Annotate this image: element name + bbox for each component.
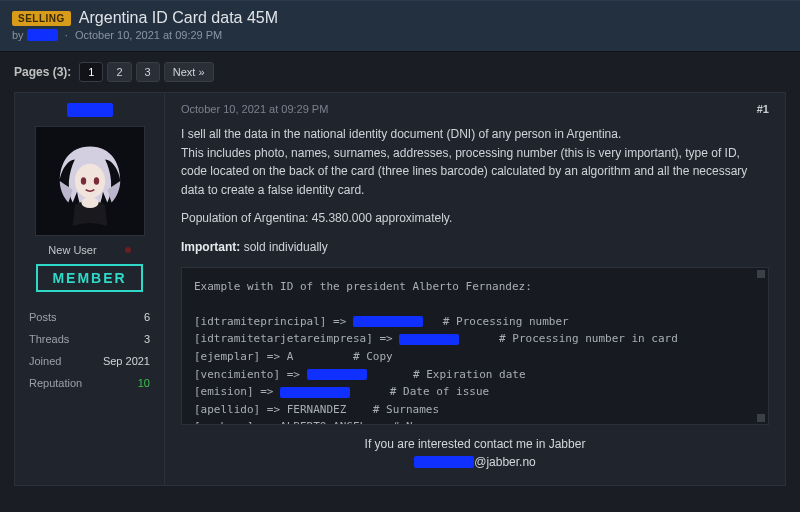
author-redacted xyxy=(67,103,113,117)
page-3-button[interactable]: 3 xyxy=(136,62,160,82)
svg-point-2 xyxy=(80,177,85,185)
stat-label: Posts xyxy=(29,311,57,323)
user-status: New User xyxy=(48,244,96,256)
code-title: Example with ID of the president Alberto… xyxy=(194,280,532,293)
tag-selling: SELLING xyxy=(12,11,71,26)
stat-value: Sep 2021 xyxy=(103,355,150,367)
svg-point-1 xyxy=(74,164,104,199)
thread-title[interactable]: Argentina ID Card data 45M xyxy=(79,9,278,27)
post-body: October 10, 2021 at 09:29 PM #1 I sell a… xyxy=(165,93,785,485)
jabber-domain: @jabber.no xyxy=(474,455,536,469)
scrollbar[interactable] xyxy=(756,270,766,422)
stat-label: Joined xyxy=(29,355,61,367)
post-number[interactable]: #1 xyxy=(757,103,769,115)
svg-point-4 xyxy=(81,197,98,208)
jabber-redacted xyxy=(414,456,474,468)
contact-info: If you are interested contact me in Jabb… xyxy=(181,435,769,471)
post-paragraph: I sell all the data in the national iden… xyxy=(181,125,769,199)
avatar-image xyxy=(36,127,144,235)
member-badge: MEMBER xyxy=(36,264,142,292)
avatar[interactable] xyxy=(35,126,145,236)
by-label: by xyxy=(12,29,24,41)
post-sidebar: New User MEMBER Posts6 Threads3 JoinedSe… xyxy=(15,93,165,485)
code-block[interactable]: Example with ID of the president Alberto… xyxy=(181,267,769,425)
page-2-button[interactable]: 2 xyxy=(107,62,131,82)
thread-byline: by xx · October 10, 2021 at 09:29 PM xyxy=(12,29,788,41)
thread-header: SELLING Argentina ID Card data 45M by xx… xyxy=(0,0,800,52)
svg-point-3 xyxy=(93,177,98,185)
stat-value: 3 xyxy=(144,333,150,345)
post-content: I sell all the data in the national iden… xyxy=(181,125,769,257)
user-stats: Posts6 Threads3 JoinedSep 2021 Reputatio… xyxy=(25,306,154,394)
contact-line: If you are interested contact me in Jabb… xyxy=(365,437,586,451)
post-paragraph: Population of Argentina: 45.380.000 appr… xyxy=(181,209,769,228)
post-author[interactable] xyxy=(25,103,154,120)
thread-timestamp: October 10, 2021 at 09:29 PM xyxy=(75,29,222,41)
pagination-label: Pages (3): xyxy=(14,65,71,79)
stat-label: Reputation xyxy=(29,377,82,389)
offline-dot-icon xyxy=(125,247,131,253)
author-redacted[interactable]: xx xyxy=(27,29,58,41)
stat-value[interactable]: 10 xyxy=(138,377,150,389)
post: New User MEMBER Posts6 Threads3 JoinedSe… xyxy=(14,92,786,486)
post-paragraph: Important: sold individually xyxy=(181,238,769,257)
post-timestamp[interactable]: October 10, 2021 at 09:29 PM xyxy=(181,103,328,115)
page-next-button[interactable]: Next » xyxy=(164,62,214,82)
pagination: Pages (3): 1 2 3 Next » xyxy=(0,52,800,92)
stat-value: 6 xyxy=(144,311,150,323)
page-1-button[interactable]: 1 xyxy=(79,62,103,82)
stat-label: Threads xyxy=(29,333,69,345)
